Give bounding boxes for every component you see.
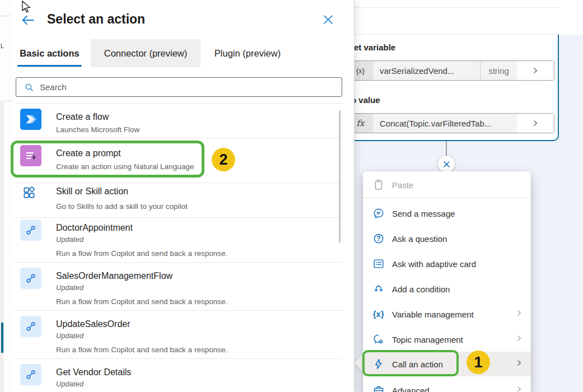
menu-item-label: Ask a question <box>392 234 447 243</box>
close-add-node-button[interactable] <box>438 156 455 172</box>
question-icon: ? <box>372 232 385 245</box>
highlight-box-create-a-prompt <box>11 141 204 178</box>
menu-item-topic-management[interactable]: Topic management <box>363 326 531 352</box>
adaptive-card-icon <box>372 257 385 270</box>
menu-item-paste[interactable]: Paste <box>363 172 531 197</box>
list-item-status: Updated <box>56 332 83 340</box>
chevron-right-icon <box>515 334 523 344</box>
highlight-box-call-an-action <box>362 350 459 376</box>
search-box[interactable] <box>16 77 342 97</box>
message-icon <box>372 207 385 220</box>
app-screenshot: Set variable {x} varSerializedVend... st… <box>0 0 583 392</box>
list-item-status: Updated <box>56 380 83 388</box>
chevron-right-icon <box>515 385 523 392</box>
menu-item-ask-a-question[interactable]: ? Ask a question <box>363 226 531 251</box>
list-item-status: Updated <box>56 283 83 292</box>
briefcase-icon <box>372 384 385 392</box>
variable-icon: {x} <box>372 307 385 321</box>
list-item-create-a-flow[interactable]: Create a flow Launches Microsoft Flow <box>12 106 343 138</box>
background-app-edge: L <box>0 0 12 392</box>
flow-icon <box>20 364 41 385</box>
variable-name-value[interactable]: varSerializedVend... <box>373 61 480 80</box>
set-variable-label: Set variable <box>348 43 395 52</box>
step-badge-2: 2 <box>212 148 235 171</box>
list-item-title: DoctorAppointment <box>56 223 133 233</box>
divider <box>355 7 559 8</box>
menu-item-label: Advanced <box>392 385 430 392</box>
tab-plugin-preview[interactable]: Plugin (preview) <box>203 39 292 67</box>
dialog-title: Select an action <box>47 12 145 27</box>
power-automate-icon <box>20 109 41 130</box>
menu-item-advanced[interactable]: Advanced <box>363 377 531 392</box>
close-dialog-button[interactable] <box>322 13 334 26</box>
clipped-text-fragment: L <box>1 43 4 49</box>
active-tab-indicator <box>17 65 82 67</box>
menu-item-label: Send a message <box>392 208 455 218</box>
tab-connector-preview[interactable]: Connector (preview) <box>91 39 200 67</box>
menu-item-ask-with-adaptive-card[interactable]: Ask with adaptive card <box>363 251 531 276</box>
tab-basic-actions[interactable]: Basic actions <box>17 39 82 67</box>
menu-item-variable-management[interactable]: {x} Variable management <box>363 301 531 326</box>
flow-icon <box>20 268 41 289</box>
separator <box>16 103 343 104</box>
chevron-right-icon <box>531 119 539 127</box>
list-item-doctorappointment[interactable]: DoctorAppointment Updated Run a flow fro… <box>12 217 343 264</box>
separator <box>363 198 531 198</box>
list-item-description: Run a flow from Copilot and send back a … <box>56 346 227 354</box>
divider <box>0 16 12 16</box>
search-icon <box>24 82 34 92</box>
list-item-subtitle: Go to Skills to add a skill to your copi… <box>56 202 188 211</box>
list-item-title: UpdateSalesOrder <box>56 319 130 329</box>
flow-icon <box>20 316 41 337</box>
formula-value[interactable]: Concat(Topic.varFilteredTab... <box>373 114 517 133</box>
menu-item-label: Variable management <box>392 309 474 319</box>
scrollbar-thumb[interactable] <box>339 110 341 242</box>
menu-item-label: Add a condition <box>392 284 450 293</box>
list-item-get-vendor-details[interactable]: Get Vendor Details Updated <box>12 362 343 392</box>
close-icon <box>442 160 451 169</box>
search-input[interactable] <box>40 82 342 92</box>
list-item-description: Run a flow from Copilot and send back a … <box>56 249 227 258</box>
topic-gear-icon <box>372 333 385 346</box>
clipboard-icon <box>372 178 385 192</box>
chevron-right-icon <box>515 309 523 319</box>
node-connector-line <box>446 141 447 157</box>
list-item-title: Skill or Skill action <box>56 186 128 197</box>
chevron-right-icon <box>531 67 539 74</box>
divider <box>355 34 559 35</box>
list-item-status: Updated <box>56 235 83 244</box>
menu-item-add-a-condition[interactable]: Add a condition <box>363 276 531 301</box>
list-item-subtitle: Launches Microsoft Flow <box>56 125 139 134</box>
list-item-title: Get Vendor Details <box>56 367 131 377</box>
step-badge-1: 1 <box>467 351 490 374</box>
menu-item-label: Ask with adaptive card <box>392 259 476 268</box>
close-icon <box>322 13 334 26</box>
value-field[interactable]: fx Concat(Topic.varFilteredTab... <box>347 113 554 133</box>
variable-field-expand[interactable] <box>517 61 554 80</box>
list-item-salesordermanagementflow[interactable]: SalesOrderManagementFlow Updated Run a f… <box>12 265 343 312</box>
variable-type: string <box>480 61 517 80</box>
list-item-description: Run a flow from Copilot and send back a … <box>56 297 227 306</box>
skill-icon <box>22 185 36 200</box>
mouse-cursor-icon <box>20 1 31 17</box>
menu-item-label: Topic management <box>392 334 463 344</box>
list-item-title: Create a flow <box>56 112 109 122</box>
flow-icon <box>20 220 41 241</box>
list-item-updatesalesorder[interactable]: UpdateSalesOrder Updated Run a flow from… <box>12 314 343 361</box>
chevron-right-icon <box>515 359 523 369</box>
list-item-skill[interactable]: Skill or Skill action Go to Skills to ad… <box>12 182 343 217</box>
menu-item-label: Paste <box>392 180 413 190</box>
condition-branch-icon <box>372 282 385 296</box>
list-item-title: SalesOrderManagementFlow <box>56 271 172 281</box>
canvas-header-band <box>355 0 583 35</box>
value-field-expand[interactable] <box>517 114 554 133</box>
menu-item-send-a-message[interactable]: Send a message <box>363 200 531 226</box>
separator <box>16 138 343 138</box>
selection-indicator-bar <box>1 323 3 353</box>
variable-field[interactable]: {x} varSerializedVend... string <box>347 60 554 81</box>
select-action-dialog: Select an action Basic actions Connector… <box>12 0 355 392</box>
